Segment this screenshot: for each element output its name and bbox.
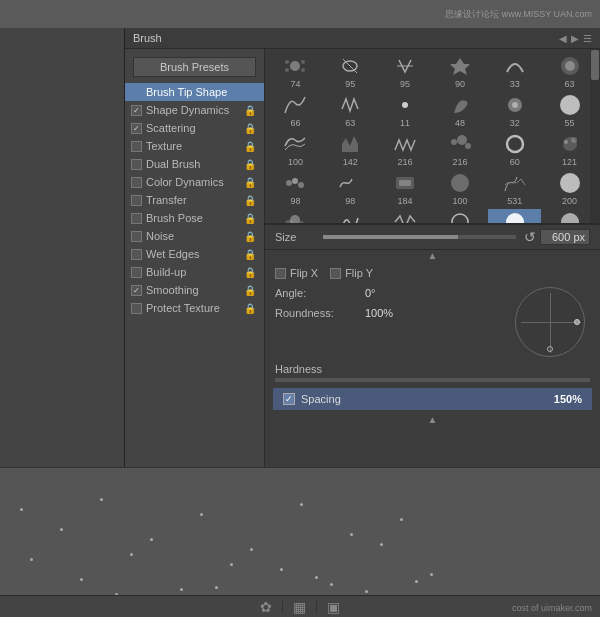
thumb-item-63a[interactable]: 63 — [543, 53, 596, 90]
brush-presets-button[interactable]: Brush Presets — [133, 57, 256, 77]
toolbar-icon-brush[interactable]: ✿ — [260, 599, 272, 615]
angle-crosshair-v — [550, 293, 551, 353]
thumb-item-184[interactable]: 184 — [379, 170, 432, 207]
thumb-item-200[interactable]: 200 — [543, 170, 596, 207]
brush-list-item-smoothing[interactable]: ✓ Smoothing 🔒 — [125, 281, 264, 299]
hardness-label: Hardness — [275, 363, 590, 375]
thumb-item-48[interactable]: 48 — [433, 92, 486, 129]
thumb-item-95a[interactable]: 95 — [324, 53, 377, 90]
brush-pose-checkbox[interactable] — [131, 213, 142, 224]
size-reset-button[interactable]: ↺ — [524, 229, 536, 245]
shape-dynamics-checkbox[interactable]: ✓ — [131, 105, 142, 116]
spacing-label: Spacing — [301, 393, 554, 405]
angle-label: Angle: — [275, 287, 365, 299]
wet-edges-lock: 🔒 — [244, 249, 256, 260]
thumb-item-262[interactable]: 262 — [379, 209, 432, 224]
thumb-item-706[interactable]: 706 — [488, 209, 541, 224]
svg-point-16 — [507, 136, 523, 152]
brush-list-item-transfer[interactable]: Transfer 🔒 — [125, 191, 264, 209]
brush-list-item-dual-brush[interactable]: Dual Brush 🔒 — [125, 155, 264, 173]
angle-value: 0° — [365, 287, 376, 299]
thumb-item-95b[interactable]: 95 — [379, 53, 432, 90]
brush-list-item-texture[interactable]: Texture 🔒 — [125, 137, 264, 155]
brush-list-item-buildup[interactable]: Build-up 🔒 — [125, 263, 264, 281]
svg-point-4 — [301, 68, 305, 72]
spacing-checkbox[interactable]: ✓ — [283, 393, 295, 405]
flip-x-checkbox[interactable] — [275, 268, 286, 279]
hardness-bar[interactable] — [275, 378, 590, 382]
thumb-item-100[interactable]: 100 — [269, 131, 322, 168]
size-slider[interactable] — [323, 235, 516, 239]
brush-list-item-brush-pose[interactable]: Brush Pose 🔒 — [125, 209, 264, 227]
thumb-item-150[interactable]: 150 — [269, 209, 322, 224]
brush-list-item-noise[interactable]: Noise 🔒 — [125, 227, 264, 245]
spacing-value: 150% — [554, 393, 582, 405]
brush-list-item-shape-dynamics[interactable]: ✓ Shape Dynamics 🔒 — [125, 101, 264, 119]
angle-circle[interactable] — [515, 287, 585, 357]
protect-texture-label: Protect Texture — [146, 302, 220, 314]
thumb-item-100b[interactable]: 100 — [433, 170, 486, 207]
brush-list-item-scattering[interactable]: ✓ Scattering 🔒 — [125, 119, 264, 137]
size-input[interactable] — [540, 229, 590, 245]
dual-brush-checkbox[interactable] — [131, 159, 142, 170]
thumb-item-121[interactable]: 121 — [543, 131, 596, 168]
panel-right-arrow[interactable]: ▶ — [571, 33, 579, 44]
svg-point-20 — [286, 180, 292, 186]
toolbar-icon-grid[interactable]: ▦ — [293, 599, 306, 615]
brush-list-item-brush-tip-shape[interactable]: Brush Tip Shape — [125, 83, 264, 101]
thumb-item-98a[interactable]: 98 — [269, 170, 322, 207]
panel-left-arrow[interactable]: ◀ — [559, 33, 567, 44]
thumb-item-33[interactable]: 33 — [488, 53, 541, 90]
svg-point-0 — [290, 61, 300, 71]
watermark-top: 思缘设计论坛 www.MISSY UAN.com — [445, 8, 592, 21]
thumb-item-142[interactable]: 142 — [324, 131, 377, 168]
transfer-lock: 🔒 — [244, 195, 256, 206]
flip-x-label: Flip X — [290, 267, 318, 279]
transfer-checkbox[interactable] — [131, 195, 142, 206]
roundness-label: Roundness: — [275, 307, 365, 319]
buildup-checkbox[interactable] — [131, 267, 142, 278]
svg-point-12 — [560, 95, 580, 115]
thumb-item-216b[interactable]: 216 — [433, 131, 486, 168]
toolbar-icon-square[interactable]: ▣ — [327, 599, 340, 615]
svg-point-13 — [451, 139, 457, 145]
thumbnail-scrollbar[interactable] — [590, 49, 600, 223]
thumb-item-66[interactable]: 66 — [269, 92, 322, 129]
thumb-item-11[interactable]: 11 — [379, 92, 432, 129]
thumb-item-63b[interactable]: 63 — [324, 92, 377, 129]
settings-left: Angle: 0° Roundness: 100% — [275, 287, 500, 357]
thumb-item-56[interactable]: 56 — [433, 209, 486, 224]
thumb-item-74[interactable]: 74 — [269, 53, 322, 90]
svg-point-19 — [571, 137, 577, 143]
brush-list-item-protect-texture[interactable]: Protect Texture 🔒 — [125, 299, 264, 317]
panel-menu-icon[interactable]: ☰ — [583, 33, 592, 44]
panel-controls: ◀ ▶ ☰ — [559, 33, 592, 44]
preview-dot — [80, 578, 83, 581]
thumb-item-60[interactable]: 60 — [488, 131, 541, 168]
thumb-item-700[interactable]: 700 — [543, 209, 596, 224]
thumb-item-531[interactable]: 531 — [488, 170, 541, 207]
thumb-item-211[interactable]: 211 — [324, 209, 377, 224]
smoothing-checkbox[interactable]: ✓ — [131, 285, 142, 296]
svg-point-32 — [561, 213, 579, 224]
thumb-item-32[interactable]: 32 — [488, 92, 541, 129]
color-dynamics-checkbox[interactable] — [131, 177, 142, 188]
scattering-checkbox[interactable]: ✓ — [131, 123, 142, 134]
thumb-item-216a[interactable]: 216 — [379, 131, 432, 168]
svg-point-14 — [457, 135, 467, 145]
thumb-item-55[interactable]: 55 — [543, 92, 596, 129]
transfer-label: Transfer — [146, 194, 187, 206]
brush-list-item-wet-edges[interactable]: Wet Edges 🔒 — [125, 245, 264, 263]
settings-right — [510, 287, 590, 357]
noise-checkbox[interactable] — [131, 231, 142, 242]
texture-lock: 🔒 — [244, 141, 256, 152]
brush-list-item-color-dynamics[interactable]: Color Dynamics 🔒 — [125, 173, 264, 191]
wet-edges-checkbox[interactable] — [131, 249, 142, 260]
texture-checkbox[interactable] — [131, 141, 142, 152]
thumb-item-98b[interactable]: 98 — [324, 170, 377, 207]
size-label: Size — [275, 231, 315, 243]
protect-texture-checkbox[interactable] — [131, 303, 142, 314]
thumb-item-90[interactable]: 90 — [433, 53, 486, 90]
preview-dot — [60, 528, 63, 531]
flip-y-checkbox[interactable] — [330, 268, 341, 279]
